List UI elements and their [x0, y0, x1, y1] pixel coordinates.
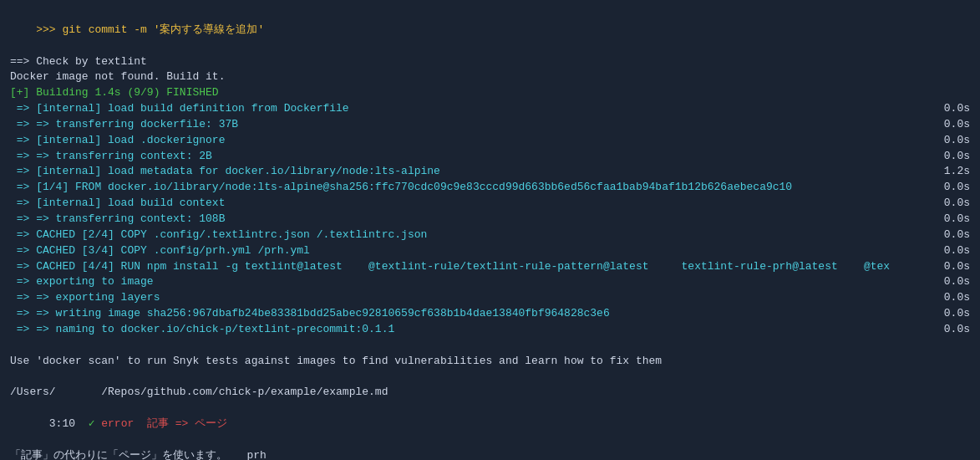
- build-step-2b: => => transferring context: 2B 0.0s: [10, 149, 970, 165]
- build-step-4: => [1/4] FROM docker.io/library/node:lts…: [10, 180, 970, 196]
- build-step-10: => => exporting layers 0.0s: [10, 290, 970, 306]
- check-line: ==> Check by textlint: [10, 54, 970, 70]
- build-step-9: => exporting to image 0.0s: [10, 274, 970, 290]
- blank-2: [10, 369, 970, 385]
- build-step-6: => CACHED [2/4] COPY .config/.textlintrc…: [10, 227, 970, 243]
- error-location: 3:10 ✓ error 記事 => ページ: [10, 401, 970, 448]
- snyk-line: Use 'docker scan' to run Snyk tests agai…: [10, 354, 970, 370]
- command-text: git commit -m '案内する導線を追加': [62, 23, 264, 36]
- blank-1: [10, 338, 970, 354]
- build-step-8: => CACHED [4/4] RUN npm install -g textl…: [10, 259, 970, 275]
- build-step-12: => => naming to docker.io/chick-p/textli…: [10, 322, 970, 338]
- command-line: >>> git commit -m '案内する導線を追加': [10, 7, 970, 54]
- terminal: >>> git commit -m '案内する導線を追加' ==> Check …: [0, 0, 980, 460]
- build-step-1: => [internal] load build definition from…: [10, 101, 970, 117]
- error-message: 「記事」の代わりに「ページ」を使います。 prh: [10, 448, 970, 460]
- build-step-11: => => writing image sha256:967dbafb24be8…: [10, 306, 970, 322]
- build-step-2: => [internal] load .dockerignore 0.0s: [10, 133, 970, 149]
- build-step-5b: => => transferring context: 108B 0.0s: [10, 212, 970, 227]
- build-step-3: => [internal] load metadata for docker.i…: [10, 164, 970, 180]
- build-step-7: => CACHED [3/4] COPY .config/prh.yml /pr…: [10, 243, 970, 259]
- building-line: [+] Building 1.4s (9/9) FINISHED: [10, 85, 970, 101]
- build-step-1b: => => transferring dockerfile: 37B 0.0s: [10, 117, 970, 133]
- prompt: >>>: [36, 23, 62, 36]
- docker-not-found: Docker image not found. Build it.: [10, 69, 970, 85]
- filepath-line: /Users/ /Repos/github.com/chick-p/exampl…: [10, 385, 970, 401]
- build-step-5: => [internal] load build context 0.0s: [10, 196, 970, 212]
